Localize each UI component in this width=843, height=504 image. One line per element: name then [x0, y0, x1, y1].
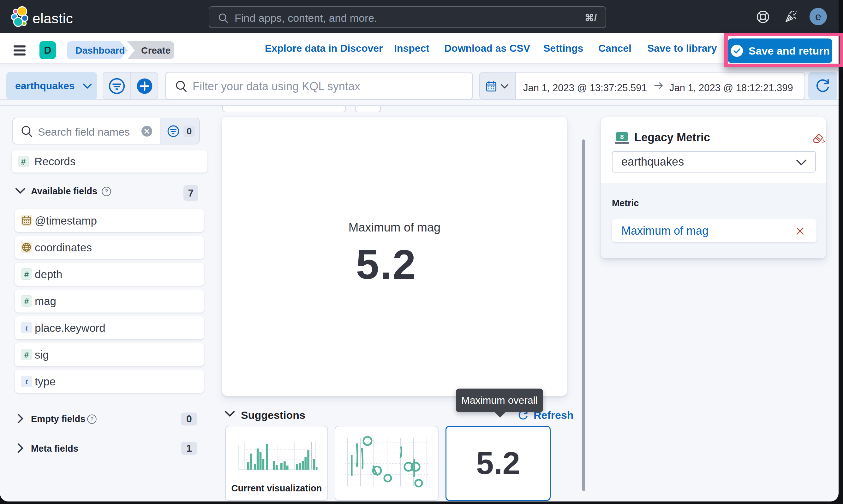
svg-text:8: 8 [620, 133, 623, 140]
svg-text:?: ? [105, 188, 108, 195]
svg-text:?: ? [90, 416, 93, 422]
